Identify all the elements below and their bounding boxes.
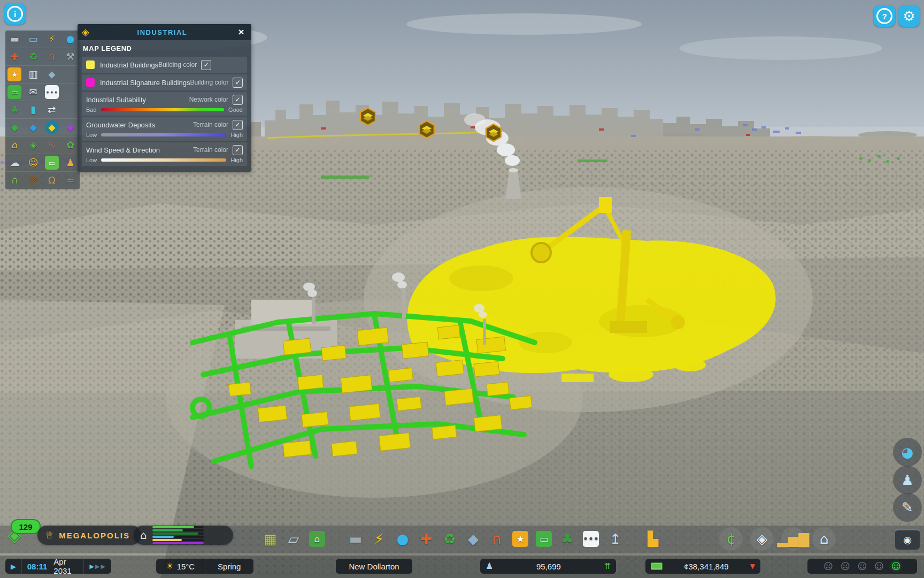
tourism-infoview-cell[interactable]: ▮ (24, 101, 43, 118)
garbage-infoview-cell[interactable]: ♻ (24, 48, 43, 65)
milestone-button[interactable]: ◈ 129 (4, 519, 35, 547)
person-icon: ♟ (901, 473, 913, 487)
legend-color-type: Terrain color (193, 121, 228, 128)
police-tool-button[interactable]: ★ (509, 527, 532, 551)
journal-button[interactable]: ✎ (893, 493, 922, 522)
population-infoview-cell[interactable]: ☁ (5, 154, 24, 171)
happy-face-icon[interactable]: ☺ (891, 561, 901, 572)
noise-pollution-infoview-cell[interactable]: Ω (43, 172, 61, 189)
administration-infoview-cell[interactable]: ▥ (24, 66, 43, 83)
communications-tool-button[interactable]: ••• (579, 527, 603, 551)
housing-infoview-cell[interactable]: ⌂ (5, 136, 24, 154)
zones-tool-button[interactable]: ▦ (258, 527, 282, 551)
city-name-widget[interactable]: New Dollarton (336, 559, 412, 574)
areas-tool-button[interactable]: ▱ (282, 527, 305, 551)
industrial-zone-marker[interactable] (419, 121, 434, 138)
police-infoview-cell[interactable]: ★ (5, 66, 24, 83)
landscaping-tool-button[interactable]: ↥ (604, 527, 627, 551)
terrain-height-infoview-cell[interactable]: ∩ (5, 172, 24, 189)
statistics-button-button[interactable]: ▂▅▇ (781, 527, 805, 551)
follow-citizen-button[interactable]: ♟ (893, 466, 922, 495)
industrial-zone-marker[interactable] (360, 108, 375, 125)
greenery-infoview-cell[interactable]: ✿ (61, 136, 80, 154)
content-face-icon[interactable]: ☺ (874, 561, 884, 572)
terrain-map-infoview-cell[interactable]: ◆ (5, 119, 24, 136)
time-controls: ▶ 08:11 Apr 2031 ▶▶▶ (5, 559, 111, 574)
telecom-infoview-icon: ••• (45, 85, 59, 99)
help-button[interactable]: ? (874, 5, 895, 27)
chirper-button[interactable]: ◕ (893, 438, 922, 467)
legend-checkbox[interactable]: ✓ (233, 120, 243, 130)
water-sewage-tool-button[interactable]: ● (391, 527, 414, 551)
settings-button[interactable]: ⚙ (898, 5, 920, 27)
economy-infoview-cell[interactable]: ▭ (43, 154, 61, 171)
speed-chevron-icon: ▶ (90, 563, 94, 570)
happiness-widget[interactable]: ☹☹☺☺☺ (807, 559, 917, 574)
economy-button-icon: ¢ (727, 532, 736, 546)
industrial-zone-marker[interactable] (486, 124, 501, 141)
toolbar-group: ¢◈▂▅▇⌂ (719, 527, 836, 551)
fire-rescue-tool-button[interactable]: ∩ (485, 527, 509, 551)
zoning-map-infoview-cell[interactable]: ◆ (43, 119, 61, 136)
close-icon[interactable]: × (235, 26, 247, 38)
sim-speed-control[interactable]: ▶▶▶ (84, 559, 111, 574)
education-tool-icon: ◆ (468, 532, 479, 546)
money-widget[interactable]: ¢38,341,849 ▼ (645, 559, 760, 574)
bulldozer-tool-button[interactable]: ▙ (641, 527, 665, 551)
transportation-tool-button[interactable]: ▭ (532, 527, 556, 551)
city-information-button-button[interactable]: ◈ (750, 527, 774, 551)
city-name: New Dollarton (349, 562, 399, 571)
parks-infoview-cell[interactable]: ♣ (5, 101, 24, 118)
info-button[interactable]: i (4, 3, 26, 25)
industrial-suitability-gradient-bar (101, 108, 225, 111)
progression-button-icon: ⌂ (820, 532, 829, 546)
transportation-infoview-cell[interactable]: ▭ (5, 83, 24, 101)
happiness-infoview-cell[interactable]: ☺ (24, 154, 43, 171)
play-button[interactable]: ▶ (5, 559, 21, 574)
healthcare-infoview-cell[interactable]: ✚ (5, 48, 24, 65)
workers-infoview-cell[interactable]: ♟ (61, 154, 80, 171)
roads-infoview-cell[interactable]: ▬ (5, 31, 24, 48)
money-dropdown-icon[interactable]: ▼ (750, 563, 755, 569)
toolbar-group: ▬⚡●✚♻◆∩★▭♣••• (344, 527, 603, 551)
parks-recreation-tool-button[interactable]: ♣ (556, 527, 579, 551)
natural-resources-infoview-cell[interactable]: ◈ (24, 136, 43, 154)
very-unhappy-face-icon[interactable]: ☹ (823, 561, 833, 572)
education-tool-button[interactable]: ◆ (461, 527, 485, 551)
industrial-legend-panel: ◈ INDUSTRIAL × MAP LEGEND Industrial Bui… (78, 24, 251, 172)
population-widget[interactable]: ♟ 95,699 ⇈ (480, 559, 616, 574)
routes-infoview-icon: ⇄ (45, 103, 59, 117)
zoning-demand-pill[interactable]: ⌂ (134, 526, 233, 545)
education-infoview-cell[interactable]: ◆ (43, 66, 61, 83)
ground-pollution-infoview-cell[interactable]: ▒ (24, 172, 43, 189)
photo-mode-button[interactable]: ◉ (895, 529, 920, 550)
question-mark-icon: ? (876, 8, 892, 24)
connections-infoview-cell[interactable]: ∿ (43, 136, 61, 154)
progression-button-button[interactable]: ⌂ (812, 527, 836, 551)
legend-checkbox[interactable]: ✓ (233, 95, 243, 105)
roads-tool-button[interactable]: ▬ (344, 527, 367, 551)
unhappy-face-icon[interactable]: ☹ (841, 561, 850, 572)
transit-stop-infoview-cell[interactable]: ▭ (24, 31, 43, 48)
telecom-infoview-cell[interactable]: ••• (43, 83, 61, 101)
electricity-tool-button[interactable]: ⚡ (367, 527, 391, 551)
water-infoview-cell[interactable]: ● (61, 31, 80, 48)
water-map-infoview-cell[interactable]: ◆ (24, 119, 43, 136)
legend-checkbox[interactable]: ✓ (233, 145, 243, 155)
weather-widget[interactable]: ☀ 15°C Spring (156, 559, 253, 574)
signature-buildings-tool-button[interactable]: ⌂ (305, 527, 329, 551)
legend-checkbox[interactable]: ✓ (233, 78, 243, 88)
healthcare-tool-button[interactable]: ✚ (414, 527, 438, 551)
routes-infoview-cell[interactable]: ⇄ (43, 101, 61, 118)
signature-map-infoview-cell[interactable]: ◆ (61, 119, 80, 136)
garbage-tool-button[interactable]: ♻ (438, 527, 461, 551)
electricity-infoview-cell[interactable]: ⚡ (43, 31, 61, 48)
city-progression-pill[interactable]: ♕ MEGALOPOLIS (37, 526, 141, 545)
economy-button-button[interactable]: ¢ (719, 527, 743, 551)
legend-checkbox[interactable]: ✓ (201, 60, 211, 70)
neutral-face-icon[interactable]: ☺ (858, 561, 867, 572)
fire-infoview-cell[interactable]: ∩ (43, 48, 61, 65)
post-infoview-cell[interactable]: ✉ (24, 83, 43, 101)
water-pollution-infoview-cell[interactable]: ≈ (61, 172, 80, 189)
maintenance-infoview-cell[interactable]: ⚒ (61, 48, 80, 65)
